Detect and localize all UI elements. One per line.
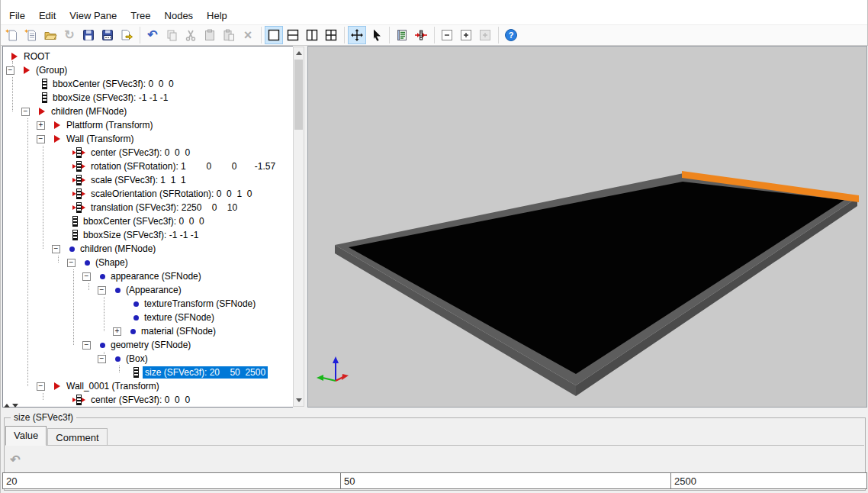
collapse-expander-icon[interactable]: − <box>6 66 14 75</box>
paste-icon[interactable] <box>201 26 219 44</box>
layout-grid-icon[interactable] <box>322 26 340 44</box>
layout-hsplit-icon[interactable] <box>284 26 302 44</box>
tree-node-label[interactable]: bboxCenter (SFVec3f): 0 0 0 <box>82 215 206 227</box>
viewport-3d[interactable] <box>307 46 867 408</box>
save-options-icon[interactable] <box>98 26 117 44</box>
paste-special-icon[interactable] <box>220 26 238 44</box>
collapse-expander-icon[interactable]: − <box>82 341 91 350</box>
route-out-arrow-icon <box>82 205 85 210</box>
menu-help[interactable]: Help <box>200 8 234 24</box>
new-from-template-icon[interactable] <box>22 26 40 44</box>
field-undo-button[interactable]: ↶ <box>7 451 24 468</box>
exposed-field-ruler-icon <box>72 147 85 158</box>
menu-edit[interactable]: Edit <box>32 8 63 24</box>
tree-node-label[interactable]: children (MFNode) <box>50 105 128 118</box>
collapse-expander-icon[interactable]: − <box>52 245 60 253</box>
tree-node-label[interactable]: appearance (SFNode) <box>109 270 203 282</box>
export-icon[interactable] <box>117 26 136 44</box>
scroll-down-button[interactable] <box>294 395 304 406</box>
menu-file[interactable]: File <box>2 8 32 24</box>
refresh-icon[interactable]: ↻ <box>60 26 79 44</box>
cut-icon[interactable] <box>182 26 200 44</box>
tree-row: scale (SFVec3f): 1 1 1 <box>3 173 293 187</box>
pan-move-icon[interactable] <box>348 26 366 44</box>
tree-node-label[interactable]: (Group) <box>34 64 69 76</box>
tree-node-label[interactable]: ROOT <box>22 50 52 63</box>
tree-node-label[interactable]: bboxCenter (SFVec3f): 0 0 0 <box>51 78 175 90</box>
tab-comment[interactable]: Comment <box>47 428 107 445</box>
toolbar-separator <box>434 27 435 44</box>
tree-node-label[interactable]: (Appearance) <box>124 284 183 296</box>
tree-row: −appearance (SFNode) <box>3 269 293 283</box>
tree-node-label[interactable]: (Box) <box>124 353 149 365</box>
sfnode-icon <box>131 298 140 309</box>
scroll-thumb[interactable] <box>294 60 303 130</box>
field-value-1[interactable]: 50 <box>341 473 671 488</box>
route-out-arrow-icon <box>82 398 85 402</box>
field-icon <box>70 216 79 227</box>
delete-icon[interactable]: × <box>239 26 257 44</box>
tree-node-label[interactable]: center (SFVec3f): 0 0 0 <box>89 147 191 159</box>
layout-vsplit-icon[interactable] <box>303 26 321 44</box>
tree-node-label[interactable]: scale (SFVec3f): 1 1 1 <box>89 174 188 186</box>
platform-object[interactable] <box>335 171 859 396</box>
tree-node-label[interactable]: (Shape) <box>94 256 130 269</box>
tree-node-label[interactable]: rotation (SFRotation): 1 0 0 -1.57 <box>89 160 277 172</box>
tree-node-label[interactable]: Wall_0001 (Transform) <box>65 380 161 392</box>
help-icon[interactable]: ? <box>502 26 520 44</box>
tree-row: size (SFVec3f): 20 50 2500 <box>3 366 293 379</box>
tree-node-label[interactable]: center (SFVec3f): 0 0 0 <box>89 394 191 406</box>
sfnode-icon <box>82 257 92 268</box>
tree-node-label[interactable]: translation (SFVec3f): 2250 0 10 <box>89 201 239 214</box>
tree-node-label[interactable]: textureTransform (SFNode) <box>143 298 257 310</box>
field-value-0[interactable]: 20 <box>3 473 341 488</box>
tree-node-label[interactable]: children (MFNode) <box>79 243 157 255</box>
collapse-expander-icon[interactable]: − <box>21 108 30 116</box>
exposed-field-ruler-icon <box>72 161 85 172</box>
tree-node-label[interactable]: bboxSize (SFVec3f): -1 -1 -1 <box>82 229 200 241</box>
menu-tree[interactable]: Tree <box>124 8 157 24</box>
save-icon[interactable] <box>79 26 98 44</box>
tree-scrollbar[interactable] <box>293 47 304 407</box>
scroll-up-button[interactable] <box>294 47 304 59</box>
menu-view-pane[interactable]: View Pane <box>63 8 124 24</box>
tree-row: +material (SFNode) <box>3 324 293 338</box>
collapse-expander-icon[interactable]: − <box>37 382 45 391</box>
scene-tree-panel: ROOT−(Group)bboxCenter (SFVec3f): 0 0 0b… <box>2 46 293 408</box>
open-folder-icon[interactable] <box>41 26 59 44</box>
horizontal-splitter-grip[interactable] <box>4 404 18 408</box>
route-field-icon[interactable] <box>412 26 430 44</box>
pointer-icon[interactable] <box>367 26 385 44</box>
collapse-expander-icon[interactable]: − <box>67 259 76 267</box>
tree-node-label[interactable]: scaleOrientation (SFRotation): 0 0 1 0 <box>89 188 253 200</box>
expand-expander-icon[interactable]: + <box>113 327 121 336</box>
new-icon[interactable] <box>3 26 21 44</box>
undo-icon[interactable]: ↶ <box>143 26 162 44</box>
tree-node-label[interactable]: Wall (Transform) <box>65 133 135 145</box>
collapse-expander-icon[interactable]: − <box>82 272 91 281</box>
collapse-expander-icon[interactable]: − <box>98 355 106 363</box>
tab-value[interactable]: Value <box>5 426 47 446</box>
collapse-expander-icon[interactable]: − <box>98 286 106 295</box>
sfnode-icon <box>128 326 137 337</box>
tree-node-label[interactable]: material (SFNode) <box>140 325 217 337</box>
collapse-icon[interactable] <box>438 26 456 44</box>
toolbar-separator <box>389 27 390 44</box>
layout-single-icon[interactable] <box>265 26 283 44</box>
tree-node-label[interactable]: Plattform (Transform) <box>65 119 155 131</box>
blue-dot-icon <box>130 329 136 334</box>
sfnode-icon <box>131 312 140 323</box>
toolbar-separator <box>261 27 262 44</box>
expand-icon[interactable] <box>457 26 475 44</box>
tree-node-label[interactable]: texture (SFNode) <box>143 311 216 324</box>
tree-node-label[interactable]: bboxSize (SFVec3f): -1 -1 -1 <box>51 92 169 104</box>
copy-icon[interactable] <box>162 26 181 44</box>
menu-nodes[interactable]: Nodes <box>158 8 201 24</box>
tree-node-label[interactable]: geometry (SFNode) <box>109 339 192 351</box>
field-value-2[interactable]: 2500 <box>671 473 866 488</box>
exposed-field-icon <box>70 395 87 405</box>
expand-expander-icon[interactable]: + <box>37 121 45 130</box>
tree-node-label-selected[interactable]: size (SFVec3f): 20 50 2500 <box>143 366 268 379</box>
view-source-icon[interactable] <box>393 26 411 44</box>
collapse-expander-icon[interactable]: − <box>37 135 45 143</box>
